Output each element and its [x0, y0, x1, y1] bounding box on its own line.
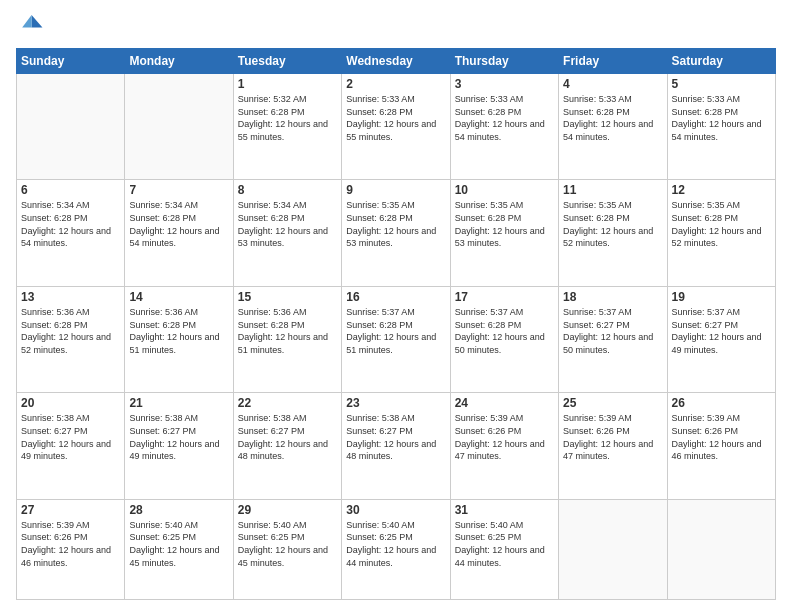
- day-number: 12: [672, 183, 771, 197]
- day-number: 15: [238, 290, 337, 304]
- header: [16, 12, 776, 40]
- calendar-cell: 23Sunrise: 5:38 AM Sunset: 6:27 PM Dayli…: [342, 393, 450, 499]
- day-info: Sunrise: 5:36 AM Sunset: 6:28 PM Dayligh…: [129, 306, 228, 356]
- calendar-cell: 26Sunrise: 5:39 AM Sunset: 6:26 PM Dayli…: [667, 393, 775, 499]
- day-number: 28: [129, 503, 228, 517]
- day-info: Sunrise: 5:39 AM Sunset: 6:26 PM Dayligh…: [672, 412, 771, 462]
- weekday-header-thursday: Thursday: [450, 49, 558, 74]
- day-info: Sunrise: 5:32 AM Sunset: 6:28 PM Dayligh…: [238, 93, 337, 143]
- day-info: Sunrise: 5:33 AM Sunset: 6:28 PM Dayligh…: [563, 93, 662, 143]
- calendar-cell: 21Sunrise: 5:38 AM Sunset: 6:27 PM Dayli…: [125, 393, 233, 499]
- calendar-cell: 6Sunrise: 5:34 AM Sunset: 6:28 PM Daylig…: [17, 180, 125, 286]
- day-number: 9: [346, 183, 445, 197]
- day-number: 7: [129, 183, 228, 197]
- calendar-cell: 4Sunrise: 5:33 AM Sunset: 6:28 PM Daylig…: [559, 74, 667, 180]
- day-info: Sunrise: 5:36 AM Sunset: 6:28 PM Dayligh…: [238, 306, 337, 356]
- day-info: Sunrise: 5:39 AM Sunset: 6:26 PM Dayligh…: [455, 412, 554, 462]
- calendar-cell: 24Sunrise: 5:39 AM Sunset: 6:26 PM Dayli…: [450, 393, 558, 499]
- weekday-header-monday: Monday: [125, 49, 233, 74]
- calendar-cell: 13Sunrise: 5:36 AM Sunset: 6:28 PM Dayli…: [17, 286, 125, 392]
- day-number: 10: [455, 183, 554, 197]
- logo: [16, 12, 48, 40]
- calendar-cell: [17, 74, 125, 180]
- calendar-cell: 19Sunrise: 5:37 AM Sunset: 6:27 PM Dayli…: [667, 286, 775, 392]
- day-info: Sunrise: 5:33 AM Sunset: 6:28 PM Dayligh…: [672, 93, 771, 143]
- day-info: Sunrise: 5:40 AM Sunset: 6:25 PM Dayligh…: [455, 519, 554, 569]
- day-number: 5: [672, 77, 771, 91]
- day-info: Sunrise: 5:40 AM Sunset: 6:25 PM Dayligh…: [129, 519, 228, 569]
- page: SundayMondayTuesdayWednesdayThursdayFrid…: [0, 0, 792, 612]
- day-number: 13: [21, 290, 120, 304]
- calendar-cell: 11Sunrise: 5:35 AM Sunset: 6:28 PM Dayli…: [559, 180, 667, 286]
- day-info: Sunrise: 5:37 AM Sunset: 6:28 PM Dayligh…: [455, 306, 554, 356]
- day-number: 2: [346, 77, 445, 91]
- day-info: Sunrise: 5:37 AM Sunset: 6:27 PM Dayligh…: [563, 306, 662, 356]
- day-number: 3: [455, 77, 554, 91]
- logo-icon: [16, 12, 44, 40]
- day-info: Sunrise: 5:35 AM Sunset: 6:28 PM Dayligh…: [672, 199, 771, 249]
- day-number: 31: [455, 503, 554, 517]
- calendar-cell: [667, 499, 775, 599]
- day-number: 29: [238, 503, 337, 517]
- calendar-cell: 20Sunrise: 5:38 AM Sunset: 6:27 PM Dayli…: [17, 393, 125, 499]
- calendar-cell: [559, 499, 667, 599]
- weekday-header-wednesday: Wednesday: [342, 49, 450, 74]
- day-info: Sunrise: 5:34 AM Sunset: 6:28 PM Dayligh…: [21, 199, 120, 249]
- weekday-header-sunday: Sunday: [17, 49, 125, 74]
- day-info: Sunrise: 5:39 AM Sunset: 6:26 PM Dayligh…: [563, 412, 662, 462]
- calendar-week-row: 27Sunrise: 5:39 AM Sunset: 6:26 PM Dayli…: [17, 499, 776, 599]
- calendar-cell: 14Sunrise: 5:36 AM Sunset: 6:28 PM Dayli…: [125, 286, 233, 392]
- calendar-week-row: 1Sunrise: 5:32 AM Sunset: 6:28 PM Daylig…: [17, 74, 776, 180]
- calendar-cell: 8Sunrise: 5:34 AM Sunset: 6:28 PM Daylig…: [233, 180, 341, 286]
- day-info: Sunrise: 5:40 AM Sunset: 6:25 PM Dayligh…: [346, 519, 445, 569]
- day-number: 4: [563, 77, 662, 91]
- calendar-cell: 3Sunrise: 5:33 AM Sunset: 6:28 PM Daylig…: [450, 74, 558, 180]
- day-number: 26: [672, 396, 771, 410]
- svg-marker-0: [32, 15, 43, 27]
- day-info: Sunrise: 5:33 AM Sunset: 6:28 PM Dayligh…: [346, 93, 445, 143]
- calendar-cell: 31Sunrise: 5:40 AM Sunset: 6:25 PM Dayli…: [450, 499, 558, 599]
- day-number: 14: [129, 290, 228, 304]
- calendar-cell: 28Sunrise: 5:40 AM Sunset: 6:25 PM Dayli…: [125, 499, 233, 599]
- calendar-cell: 22Sunrise: 5:38 AM Sunset: 6:27 PM Dayli…: [233, 393, 341, 499]
- calendar-table: SundayMondayTuesdayWednesdayThursdayFrid…: [16, 48, 776, 600]
- calendar-cell: 15Sunrise: 5:36 AM Sunset: 6:28 PM Dayli…: [233, 286, 341, 392]
- day-info: Sunrise: 5:34 AM Sunset: 6:28 PM Dayligh…: [129, 199, 228, 249]
- day-number: 18: [563, 290, 662, 304]
- day-info: Sunrise: 5:34 AM Sunset: 6:28 PM Dayligh…: [238, 199, 337, 249]
- calendar-cell: 16Sunrise: 5:37 AM Sunset: 6:28 PM Dayli…: [342, 286, 450, 392]
- calendar-cell: 5Sunrise: 5:33 AM Sunset: 6:28 PM Daylig…: [667, 74, 775, 180]
- day-info: Sunrise: 5:39 AM Sunset: 6:26 PM Dayligh…: [21, 519, 120, 569]
- day-info: Sunrise: 5:37 AM Sunset: 6:27 PM Dayligh…: [672, 306, 771, 356]
- calendar-cell: 29Sunrise: 5:40 AM Sunset: 6:25 PM Dayli…: [233, 499, 341, 599]
- day-info: Sunrise: 5:38 AM Sunset: 6:27 PM Dayligh…: [346, 412, 445, 462]
- day-info: Sunrise: 5:33 AM Sunset: 6:28 PM Dayligh…: [455, 93, 554, 143]
- calendar-cell: 17Sunrise: 5:37 AM Sunset: 6:28 PM Dayli…: [450, 286, 558, 392]
- day-number: 17: [455, 290, 554, 304]
- weekday-header-tuesday: Tuesday: [233, 49, 341, 74]
- day-info: Sunrise: 5:35 AM Sunset: 6:28 PM Dayligh…: [455, 199, 554, 249]
- calendar-cell: 30Sunrise: 5:40 AM Sunset: 6:25 PM Dayli…: [342, 499, 450, 599]
- calendar-cell: [125, 74, 233, 180]
- day-number: 30: [346, 503, 445, 517]
- calendar-week-row: 6Sunrise: 5:34 AM Sunset: 6:28 PM Daylig…: [17, 180, 776, 286]
- weekday-header-friday: Friday: [559, 49, 667, 74]
- day-number: 27: [21, 503, 120, 517]
- calendar-week-row: 20Sunrise: 5:38 AM Sunset: 6:27 PM Dayli…: [17, 393, 776, 499]
- day-info: Sunrise: 5:38 AM Sunset: 6:27 PM Dayligh…: [129, 412, 228, 462]
- day-number: 19: [672, 290, 771, 304]
- calendar-cell: 7Sunrise: 5:34 AM Sunset: 6:28 PM Daylig…: [125, 180, 233, 286]
- day-number: 6: [21, 183, 120, 197]
- day-number: 23: [346, 396, 445, 410]
- calendar-cell: 27Sunrise: 5:39 AM Sunset: 6:26 PM Dayli…: [17, 499, 125, 599]
- calendar-cell: 25Sunrise: 5:39 AM Sunset: 6:26 PM Dayli…: [559, 393, 667, 499]
- day-number: 1: [238, 77, 337, 91]
- calendar-header-row: SundayMondayTuesdayWednesdayThursdayFrid…: [17, 49, 776, 74]
- day-number: 22: [238, 396, 337, 410]
- calendar-week-row: 13Sunrise: 5:36 AM Sunset: 6:28 PM Dayli…: [17, 286, 776, 392]
- day-info: Sunrise: 5:40 AM Sunset: 6:25 PM Dayligh…: [238, 519, 337, 569]
- calendar-cell: 1Sunrise: 5:32 AM Sunset: 6:28 PM Daylig…: [233, 74, 341, 180]
- day-number: 25: [563, 396, 662, 410]
- day-number: 11: [563, 183, 662, 197]
- day-number: 16: [346, 290, 445, 304]
